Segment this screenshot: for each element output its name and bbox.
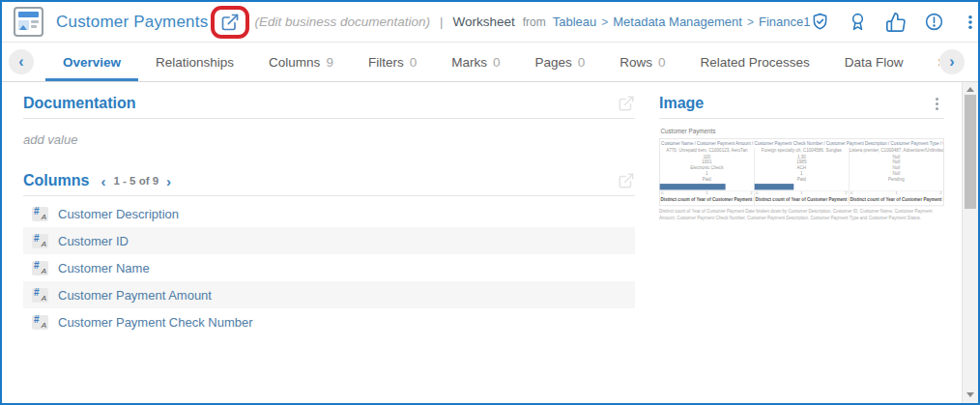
breadcrumb: Tableau > Metadata Management > Finance1 (553, 14, 811, 29)
column-row[interactable]: # A Customer Name (23, 254, 635, 281)
mini-bar (660, 184, 726, 189)
tab-label: Filters (368, 55, 404, 70)
tab-count: 0 (658, 55, 666, 70)
thumbs-up-icon[interactable] (885, 12, 907, 33)
column-link[interactable]: Customer Payment Check Number (58, 315, 253, 330)
tabs-scroll-left-button[interactable]: ‹ (9, 49, 34, 74)
tab-bar: ‹ Overview Relationships Columns 9 Filte… (2, 43, 978, 82)
numeric-text-field-icon: # A (32, 261, 48, 275)
breadcrumb-separator: > (601, 15, 608, 29)
tab-relationships[interactable]: Relationships (138, 43, 251, 81)
pagination-range: 1 - 5 of 9 (113, 175, 159, 187)
header-actions (810, 12, 980, 33)
thumbnail-panel: Listera premier, C1000487, Adventurer/Un… (849, 148, 943, 206)
columns-list: # A Customer Description # A Customer ID… (23, 200, 635, 335)
tab-label: Marks (451, 55, 487, 70)
tab-label: Data Flow (845, 55, 904, 70)
breadcrumb-link-tableau[interactable]: Tableau (553, 14, 597, 29)
thumbnail-caption: Distinct count of Year of Customer Payme… (659, 209, 944, 220)
page-header: Customer Payments (Edit business documen… (2, 2, 978, 43)
scroll-up-icon[interactable] (963, 82, 978, 96)
alert-circle-icon[interactable] (924, 12, 944, 32)
tab-pages[interactable]: Pages 0 (517, 43, 602, 81)
chevron-right-icon: › (949, 53, 954, 71)
vertical-scrollbar[interactable] (962, 82, 978, 403)
tab-count: 0 (410, 55, 418, 70)
column-link[interactable]: Customer Payment Amount (58, 288, 212, 303)
header-divider: | (440, 14, 443, 29)
scrollbar-thumb[interactable] (965, 95, 976, 209)
tab-truncated[interactable]: Se (921, 43, 939, 81)
tab-label: Columns (269, 55, 320, 70)
tab-rows[interactable]: Rows 0 (602, 43, 682, 81)
image-title: Image (659, 95, 704, 112)
column-link[interactable]: Customer Description (58, 207, 179, 221)
thumbnail-title: Customer Payments (660, 128, 943, 134)
edit-columns-icon[interactable] (618, 172, 635, 189)
tab-data-flow[interactable]: Data Flow (827, 43, 921, 81)
tab-label: Related Processes (701, 55, 810, 70)
red-highlight-annotation (211, 6, 249, 39)
certification-ribbon-icon[interactable] (848, 12, 868, 32)
image-menu-icon[interactable] (930, 96, 944, 112)
more-vertical-icon[interactable] (962, 13, 979, 32)
page-title: Customer Payments (56, 13, 208, 32)
tab-label: Relationships (156, 55, 234, 70)
column-link[interactable]: Customer ID (58, 234, 129, 248)
tab-marks[interactable]: Marks 0 (434, 43, 517, 81)
tabs: Overview Relationships Columns 9 Filters… (45, 43, 939, 81)
worksheet-preview-image[interactable]: Customer Payments Customer Name / Custom… (659, 128, 944, 244)
tab-label: Se (938, 55, 939, 70)
numeric-text-field-icon: # A (32, 288, 48, 303)
tab-count: 0 (578, 55, 586, 70)
edit-documentation-icon[interactable] (618, 95, 635, 112)
documentation-section: Documentation add value (23, 95, 635, 147)
tab-filters[interactable]: Filters 0 (351, 43, 434, 81)
thumbnail-panel: Foreign specialty ch, C1004586, Sunglas … (754, 148, 849, 206)
tab-count: 9 (326, 55, 333, 70)
thumbnail-panel: A770, Unrepaid item, C1000123, AeroTan 1… (660, 148, 754, 206)
column-row[interactable]: # A Customer ID (23, 227, 635, 254)
image-section: Image Customer Payments Customer Name / … (659, 95, 944, 244)
column-row[interactable]: # A Customer Payment Check Number (23, 308, 635, 335)
worksheet-icon (14, 7, 43, 37)
numeric-text-field-icon: # A (32, 234, 48, 248)
column-row[interactable]: # A Customer Payment Amount (23, 281, 635, 308)
chevron-left-icon: ‹ (18, 53, 23, 71)
breadcrumb-link-finance1[interactable]: Finance1 (759, 14, 810, 29)
from-label: from (523, 15, 546, 29)
tabs-scroll-right-button[interactable]: › (939, 49, 965, 74)
tab-overview[interactable]: Overview (45, 43, 138, 81)
app-window: Customer Payments (Edit business documen… (0, 0, 980, 405)
column-row[interactable]: # A Customer Description (23, 200, 635, 227)
object-type-label: Worksheet (452, 14, 514, 29)
shield-check-icon[interactable] (810, 12, 830, 32)
column-link[interactable]: Customer Name (58, 261, 150, 275)
columns-title: Columns (23, 172, 89, 189)
edit-documentation-hint[interactable]: (Edit business documentation) (254, 14, 430, 29)
external-link-icon[interactable] (220, 13, 240, 32)
pagination-next-icon[interactable]: › (166, 173, 171, 189)
thumbnail-table: Customer Name / Customer Payment Amount … (659, 138, 944, 206)
tab-label: Pages (534, 55, 571, 70)
numeric-text-field-icon: # A (32, 207, 48, 221)
columns-section: Columns ‹ 1 - 5 of 9 › # A Cu (23, 172, 635, 335)
breadcrumb-link-metadata-management[interactable]: Metadata Management (613, 14, 742, 29)
documentation-title: Documentation (23, 95, 135, 112)
scroll-down-icon[interactable] (963, 388, 978, 401)
tab-columns[interactable]: Columns 9 (251, 43, 351, 81)
columns-pagination: ‹ 1 - 5 of 9 › (101, 173, 171, 189)
tab-count: 0 (493, 55, 501, 70)
documentation-placeholder[interactable]: add value (23, 132, 635, 147)
tab-related-processes[interactable]: Related Processes (683, 43, 827, 81)
tab-label: Overview (63, 55, 121, 70)
breadcrumb-separator: > (747, 15, 754, 29)
mini-bar (755, 184, 794, 189)
pagination-prev-icon[interactable]: ‹ (101, 173, 105, 189)
tab-label: Rows (620, 55, 652, 70)
numeric-text-field-icon: # A (32, 315, 48, 330)
thumbnail-header-row: Customer Name / Customer Payment Amount … (660, 139, 943, 148)
